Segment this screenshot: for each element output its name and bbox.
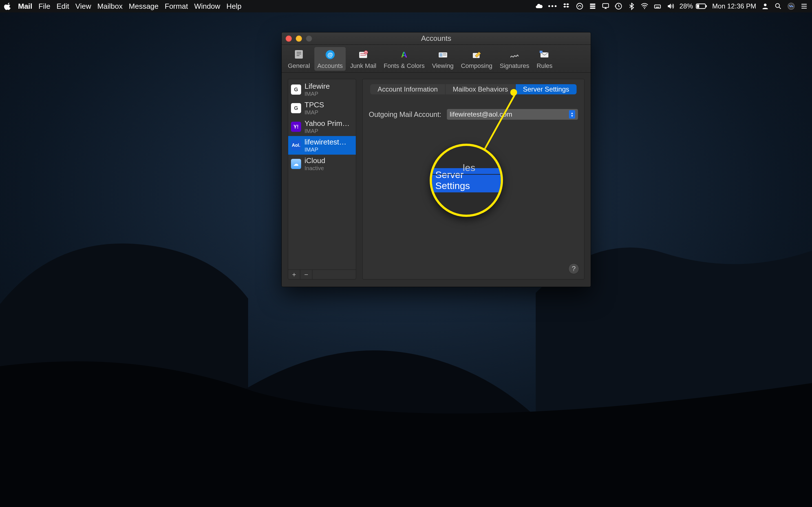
toolbar-fonts-colors[interactable]: A Fonts & Colors	[381, 47, 428, 71]
menubar-app-name[interactable]: Mail	[18, 0, 33, 12]
general-icon	[291, 48, 306, 61]
account-type-label: IMAP	[305, 91, 330, 97]
menubar-item-message[interactable]: Message	[129, 0, 159, 12]
wifi-icon[interactable]	[641, 2, 649, 10]
aol-account-icon: Aol.	[291, 140, 301, 151]
accounts-icon: @	[322, 48, 338, 61]
battery-icon	[696, 3, 707, 9]
toolbar-accounts[interactable]: @ Accounts	[314, 47, 346, 71]
menubar-item-view[interactable]: View	[75, 0, 91, 12]
account-name-label: lifewiretest…	[305, 138, 347, 147]
ellipsis-status-icon[interactable]: •••	[548, 0, 558, 12]
tab-server-settings[interactable]: Server Settings	[516, 84, 576, 94]
creative-cloud-icon[interactable]	[576, 2, 583, 10]
outgoing-account-label: Outgoing Mail Account:	[369, 110, 441, 119]
toolbar-signatures[interactable]: Signatures	[497, 47, 532, 71]
preferences-toolbar: General @ Accounts Junk Mail A Fonts & C…	[282, 45, 591, 73]
signatures-icon	[507, 48, 522, 61]
keyboard-brightness-icon[interactable]	[654, 2, 661, 10]
svg-point-10	[776, 4, 779, 8]
svg-rect-27	[540, 51, 543, 53]
remove-account-button[interactable]: −	[300, 270, 312, 279]
notification-center-icon[interactable]	[800, 2, 808, 10]
window-minimize-button[interactable]	[296, 36, 302, 42]
help-button[interactable]: ?	[568, 263, 579, 274]
menubar-clock[interactable]: Mon 12:36 PM	[712, 0, 756, 12]
bluetooth-icon[interactable]	[627, 2, 636, 10]
menubar: Mail File Edit View Mailbox Message Form…	[0, 0, 812, 12]
toolbar-label: Fonts & Colors	[384, 62, 425, 69]
svg-text:A: A	[401, 50, 407, 59]
account-row[interactable]: ☁iCloudInactive	[288, 155, 356, 173]
accounts-sidebar: GLifewireIMAPGTPCSIMAPY!Yahoo Prim…IMAPA…	[288, 79, 356, 279]
toolbar-label: Composing	[461, 62, 492, 69]
account-row[interactable]: Y!Yahoo Prim…IMAP	[288, 117, 356, 136]
preferences-window: Accounts General @ Accounts Junk Mail A …	[282, 32, 591, 287]
svg-point-1	[576, 3, 582, 9]
spotlight-search-icon[interactable]	[774, 2, 782, 10]
google-account-icon: G	[291, 84, 301, 95]
menubar-item-file[interactable]: File	[39, 0, 50, 12]
google-account-icon: G	[291, 103, 301, 113]
account-type-label: IMAP	[305, 128, 350, 134]
apple-menu-icon[interactable]	[4, 2, 12, 10]
account-tabs: Account Information Mailbox Behaviors Se…	[370, 84, 576, 94]
toolbar-label: Signatures	[500, 62, 529, 69]
window-zoom-button[interactable]	[306, 36, 312, 42]
outgoing-account-value: lifewiretest@aol.com	[450, 110, 512, 118]
account-row[interactable]: Aol.lifewiretest…IMAP	[288, 136, 356, 155]
account-type-label: Inactive	[305, 165, 325, 172]
svg-rect-2	[603, 4, 608, 8]
user-switch-icon[interactable]	[761, 2, 769, 10]
viewing-icon	[435, 48, 451, 61]
airplay-icon[interactable]	[602, 2, 610, 10]
account-row[interactable]: GLifewireIMAP	[288, 80, 356, 99]
toolbar-general[interactable]: General	[285, 47, 313, 71]
siri-icon[interactable]	[787, 2, 795, 10]
rules-icon	[537, 48, 552, 61]
battery-percent-label: 28%	[679, 0, 693, 12]
svg-rect-7	[697, 4, 699, 8]
tab-account-information[interactable]: Account Information	[370, 84, 445, 94]
toolbar-label: General	[288, 62, 310, 69]
outgoing-account-select[interactable]: lifewiretest@aol.com ▴▾	[447, 109, 578, 120]
account-row[interactable]: GTPCSIMAP	[288, 99, 356, 117]
account-name-label: Lifewire	[305, 82, 330, 91]
menubar-item-edit[interactable]: Edit	[56, 0, 69, 12]
junk-mail-icon	[356, 48, 371, 61]
battery-status[interactable]: 28%	[679, 0, 707, 12]
hazel-icon[interactable]	[589, 2, 597, 10]
account-type-label: IMAP	[305, 109, 324, 116]
svg-rect-15	[297, 55, 299, 56]
svg-rect-23	[443, 53, 446, 54]
svg-rect-8	[706, 5, 707, 7]
window-titlebar: Accounts	[282, 33, 591, 45]
window-close-button[interactable]	[286, 36, 292, 42]
time-machine-icon[interactable]	[615, 2, 622, 10]
svg-text:@: @	[327, 52, 333, 58]
volume-icon[interactable]	[666, 2, 674, 10]
toolbar-label: Viewing	[432, 62, 454, 69]
menubar-item-help[interactable]: Help	[226, 0, 241, 12]
cloud-sync-icon[interactable]	[535, 2, 543, 10]
toolbar-label: Rules	[537, 62, 552, 69]
yahoo-account-icon: Y!	[291, 122, 301, 132]
sidebar-controls: + −	[288, 270, 356, 279]
account-name-label: TPCS	[305, 101, 324, 109]
toolbar-rules[interactable]: Rules	[534, 47, 555, 71]
tab-mailbox-behaviors[interactable]: Mailbox Behaviors	[446, 84, 516, 94]
menubar-item-format[interactable]: Format	[165, 0, 188, 12]
menubar-item-mailbox[interactable]: Mailbox	[97, 0, 123, 12]
toolbar-viewing[interactable]: Viewing	[429, 47, 456, 71]
fonts-colors-icon: A	[396, 48, 412, 61]
toolbar-label: Accounts	[317, 62, 343, 69]
account-detail-pane: Account Information Mailbox Behaviors Se…	[362, 79, 585, 279]
dropbox-icon[interactable]	[563, 2, 571, 10]
menubar-item-window[interactable]: Window	[194, 0, 220, 12]
toolbar-composing[interactable]: Composing	[458, 47, 495, 71]
toolbar-junk-mail[interactable]: Junk Mail	[347, 47, 379, 71]
account-type-label: IMAP	[305, 147, 347, 153]
icloud-account-icon: ☁	[291, 159, 301, 169]
outgoing-account-row: Outgoing Mail Account: lifewiretest@aol.…	[369, 109, 578, 120]
add-account-button[interactable]: +	[288, 270, 300, 279]
